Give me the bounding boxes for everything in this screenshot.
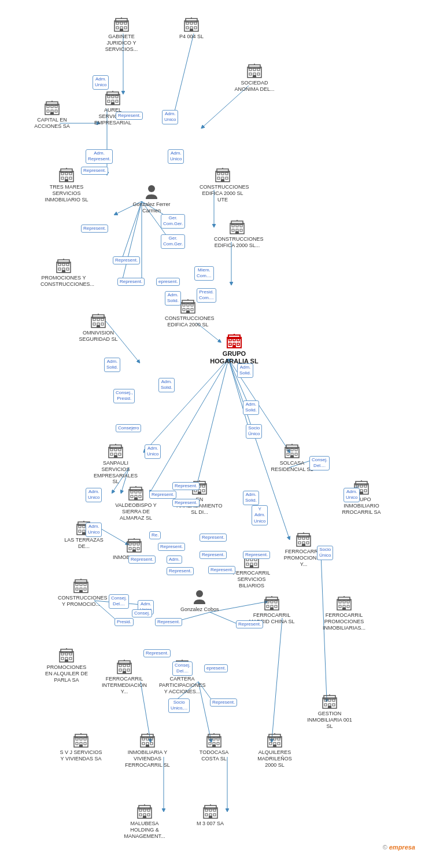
node-todocasa[interactable]: TODOCASA COSTA SL: [191, 732, 237, 762]
svg-line-39: [272, 618, 282, 741]
svg-rect-131: [62, 270, 65, 273]
node-promociones-y[interactable]: PROMOCIONES Y CONSTRUCCIONES...: [40, 258, 87, 288]
svg-line-15: [145, 359, 228, 451]
node-capital[interactable]: CAPITAL EN ACCIONES SA: [29, 100, 75, 130]
node-hogaralia[interactable]: GRUPO HOGARALIA SL: [205, 333, 263, 365]
badge-label: Adm.Solid.: [165, 291, 181, 306]
svg-rect-289: [61, 657, 64, 660]
node-gonzalez-ferrer[interactable]: Gonzalez Ferrer Carmen: [128, 184, 175, 214]
svg-rect-139: [97, 323, 99, 325]
badge-label: Represent.: [200, 534, 227, 542]
svg-line-1: [173, 34, 194, 116]
badge-represent-978: Represent.: [208, 566, 235, 574]
brand-name: empresa: [389, 844, 415, 851]
svg-rect-59: [194, 27, 197, 29]
node-m3007[interactable]: M 3 007 SA: [197, 803, 224, 827]
svg-rect-68: [253, 73, 256, 75]
svg-rect-78: [51, 110, 53, 112]
badge-label: Represent.: [143, 649, 171, 657]
svg-rect-292: [65, 660, 68, 662]
node-alquileres[interactable]: ALQUILERES MADRILEÑOS 2000 SL: [252, 732, 298, 768]
svg-rect-130: [67, 268, 69, 270]
svg-rect-47: [116, 27, 119, 29]
svg-rect-369: [139, 814, 142, 816]
svg-rect-82: [107, 92, 119, 95]
svg-rect-173: [130, 487, 142, 491]
badge-ger-comger-1: Ger.Com.Ger.: [161, 214, 185, 229]
node-malubesa[interactable]: MALUBESA HOLDING & MANAGEMENT...: [121, 803, 168, 839]
svg-rect-274: [338, 597, 350, 601]
svg-rect-103: [217, 169, 228, 172]
svg-rect-77: [47, 110, 49, 112]
badge-adm-solid-right: Adm.Solid.: [237, 363, 253, 378]
node-inmobiliaria-viviendas[interactable]: INMOBILIARIA Y VIVIENDAS FERROCARRIL SL: [124, 732, 171, 768]
svg-rect-299: [119, 669, 121, 671]
svg-rect-362: [273, 745, 276, 747]
building-icon-svj: [73, 732, 89, 748]
svg-rect-223: [128, 539, 140, 543]
svg-rect-290: [65, 657, 68, 660]
node-omnivision[interactable]: OMNIVISION SEGURIDAD SL: [75, 312, 121, 343]
svg-rect-89: [116, 100, 118, 102]
badge-label: Miem.Com....: [194, 266, 214, 281]
building-icon-sociedad: [246, 62, 263, 79]
node-p4004[interactable]: P4 004 SL: [179, 16, 204, 40]
label-omnivision: OMNIVISION SEGURIDAD SL: [75, 330, 121, 343]
building-icon-valdeobispo: [128, 485, 144, 501]
node-construcciones-y[interactable]: CONSTRUCCIONES Y PROMOCIO...: [58, 578, 104, 608]
svg-rect-219: [83, 530, 85, 532]
badge-label: Represent.: [81, 167, 108, 175]
badge-label: epresent.: [156, 278, 180, 286]
svg-rect-57: [186, 27, 189, 29]
node-gonzalez-cobos[interactable]: Gonzalez Cobos: [180, 589, 219, 613]
svg-rect-62: [249, 65, 260, 68]
badge-consej-small: Consej.: [132, 609, 152, 617]
node-gabinete[interactable]: GABINETE JURIDICO Y SERVICIOS...: [98, 16, 145, 52]
svg-rect-88: [112, 100, 114, 102]
label-svj: S V J SERVICIOS Y VIVIENDAS SA: [58, 749, 104, 762]
badge-adm-solid-arr: Adm.Solid.: [243, 491, 259, 505]
label-construcciones-sl: CONSTRUCCIONES EDIFICA 2000 SL...: [214, 236, 260, 249]
svg-rect-272: [270, 608, 274, 610]
svg-rect-80: [50, 112, 54, 115]
svg-rect-163: [110, 445, 121, 448]
svg-rect-360: [274, 742, 276, 745]
badge-label: Consejero: [116, 424, 141, 432]
person-icon-gonzalez-ferrer: [143, 184, 160, 200]
svg-rect-129: [62, 268, 65, 270]
node-sociedad[interactable]: SOCIEDAD ANONIMA DEL...: [231, 62, 278, 93]
building-icon-todocasa: [206, 732, 222, 748]
node-sanpauli[interactable]: SANPAULI SERVICIOS EMPRESARIALES SL: [93, 443, 139, 485]
badge-label: Represent.: [116, 112, 143, 120]
svg-rect-349: [209, 742, 211, 745]
svg-rect-133: [93, 315, 104, 318]
svg-rect-350: [213, 742, 215, 745]
svg-rect-157: [237, 339, 239, 341]
node-promociones-alquiler[interactable]: PROMOCIONES EN ALQUILER DE PARLA SA: [43, 647, 90, 683]
badge-miem-com: Miem.Com....: [194, 266, 214, 281]
node-construcciones-ute[interactable]: CONSTRUCCIONES EDIFICA 2000 SL UTE: [200, 167, 246, 203]
svg-rect-52: [186, 19, 197, 22]
badge-label: Re.: [149, 531, 161, 539]
badge-represent-vald: Represent.: [149, 491, 176, 499]
badge-label: Adm.Solid.: [158, 378, 175, 392]
svg-rect-191: [198, 492, 201, 494]
svg-rect-229: [133, 547, 135, 550]
badge-represent-tres-mares: Represent.: [81, 167, 108, 175]
svg-rect-150: [191, 308, 193, 311]
node-construcciones-sl[interactable]: CONSTRUCCIONES EDIFICA 2000 SL...: [214, 219, 260, 249]
node-gestion-inmobiliaria[interactable]: GESTION INMOBILIARIA 001 SL: [306, 693, 353, 729]
svg-rect-111: [221, 179, 224, 182]
svg-rect-321: [333, 704, 335, 706]
node-ferrocarril-prom-inm[interactable]: FERROCARRIL PROMOCIONES INMOBILIARIAS...: [321, 595, 367, 631]
node-ferrocarril-inter[interactable]: FERROCARRIL INTERMEDIACION Y...: [101, 659, 147, 694]
node-svj[interactable]: S V J SERVICIOS Y VIVIENDAS SA: [58, 732, 104, 762]
node-solcasa[interactable]: SOLCASA RESIDENCIAL SL: [269, 443, 315, 473]
label-ferrocarril-inter: FERROCARRIL INTERMEDIACION Y...: [101, 676, 147, 694]
svg-rect-92: [61, 169, 72, 172]
label-hogaralia: GRUPO HOGARALIA SL: [205, 350, 263, 365]
badge-label: Adm.Solid.: [104, 358, 120, 372]
badge-y-adm-unico: YAdm.Unico: [252, 505, 268, 525]
copyright: © empresa: [383, 844, 415, 851]
node-aurel[interactable]: AUREL SERVICIOS EMPRESARIAL: [90, 90, 136, 126]
